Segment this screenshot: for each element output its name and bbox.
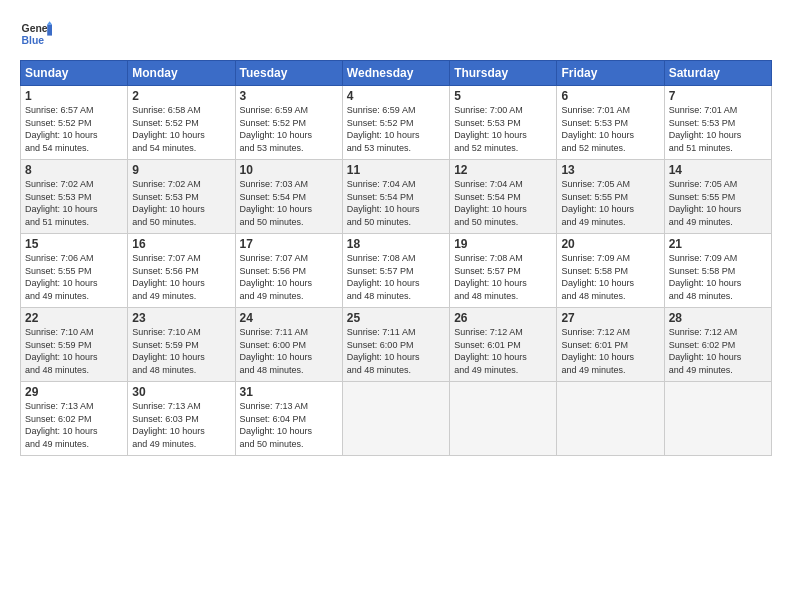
calendar-day-5: 5Sunrise: 7:00 AM Sunset: 5:53 PM Daylig…	[450, 86, 557, 160]
day-number: 11	[347, 163, 445, 177]
calendar-empty-cell	[450, 382, 557, 456]
day-info: Sunrise: 7:11 AM Sunset: 6:00 PM Dayligh…	[240, 326, 338, 376]
day-number: 30	[132, 385, 230, 399]
day-header-wednesday: Wednesday	[342, 61, 449, 86]
day-info: Sunrise: 7:04 AM Sunset: 5:54 PM Dayligh…	[347, 178, 445, 228]
calendar-day-19: 19Sunrise: 7:08 AM Sunset: 5:57 PM Dayli…	[450, 234, 557, 308]
calendar-day-31: 31Sunrise: 7:13 AM Sunset: 6:04 PM Dayli…	[235, 382, 342, 456]
calendar-header-row: SundayMondayTuesdayWednesdayThursdayFrid…	[21, 61, 772, 86]
day-info: Sunrise: 7:03 AM Sunset: 5:54 PM Dayligh…	[240, 178, 338, 228]
day-number: 8	[25, 163, 123, 177]
general-blue-icon: General Blue	[20, 18, 52, 50]
day-number: 22	[25, 311, 123, 325]
day-info: Sunrise: 7:00 AM Sunset: 5:53 PM Dayligh…	[454, 104, 552, 154]
day-info: Sunrise: 7:05 AM Sunset: 5:55 PM Dayligh…	[669, 178, 767, 228]
day-header-saturday: Saturday	[664, 61, 771, 86]
day-number: 4	[347, 89, 445, 103]
day-number: 16	[132, 237, 230, 251]
calendar-week-row: 15Sunrise: 7:06 AM Sunset: 5:55 PM Dayli…	[21, 234, 772, 308]
day-info: Sunrise: 7:04 AM Sunset: 5:54 PM Dayligh…	[454, 178, 552, 228]
day-number: 31	[240, 385, 338, 399]
calendar-day-16: 16Sunrise: 7:07 AM Sunset: 5:56 PM Dayli…	[128, 234, 235, 308]
calendar-day-14: 14Sunrise: 7:05 AM Sunset: 5:55 PM Dayli…	[664, 160, 771, 234]
calendar: SundayMondayTuesdayWednesdayThursdayFrid…	[20, 60, 772, 456]
calendar-day-18: 18Sunrise: 7:08 AM Sunset: 5:57 PM Dayli…	[342, 234, 449, 308]
day-number: 28	[669, 311, 767, 325]
day-info: Sunrise: 6:57 AM Sunset: 5:52 PM Dayligh…	[25, 104, 123, 154]
day-info: Sunrise: 7:12 AM Sunset: 6:01 PM Dayligh…	[561, 326, 659, 376]
calendar-day-12: 12Sunrise: 7:04 AM Sunset: 5:54 PM Dayli…	[450, 160, 557, 234]
calendar-day-2: 2Sunrise: 6:58 AM Sunset: 5:52 PM Daylig…	[128, 86, 235, 160]
calendar-day-17: 17Sunrise: 7:07 AM Sunset: 5:56 PM Dayli…	[235, 234, 342, 308]
day-header-tuesday: Tuesday	[235, 61, 342, 86]
day-info: Sunrise: 7:06 AM Sunset: 5:55 PM Dayligh…	[25, 252, 123, 302]
day-number: 19	[454, 237, 552, 251]
day-number: 24	[240, 311, 338, 325]
day-info: Sunrise: 7:09 AM Sunset: 5:58 PM Dayligh…	[669, 252, 767, 302]
day-number: 26	[454, 311, 552, 325]
calendar-week-row: 1Sunrise: 6:57 AM Sunset: 5:52 PM Daylig…	[21, 86, 772, 160]
calendar-day-8: 8Sunrise: 7:02 AM Sunset: 5:53 PM Daylig…	[21, 160, 128, 234]
day-header-monday: Monday	[128, 61, 235, 86]
day-info: Sunrise: 7:10 AM Sunset: 5:59 PM Dayligh…	[25, 326, 123, 376]
day-number: 21	[669, 237, 767, 251]
day-info: Sunrise: 6:59 AM Sunset: 5:52 PM Dayligh…	[240, 104, 338, 154]
day-header-sunday: Sunday	[21, 61, 128, 86]
day-number: 10	[240, 163, 338, 177]
day-number: 14	[669, 163, 767, 177]
day-number: 12	[454, 163, 552, 177]
day-number: 27	[561, 311, 659, 325]
day-number: 23	[132, 311, 230, 325]
day-info: Sunrise: 7:02 AM Sunset: 5:53 PM Dayligh…	[25, 178, 123, 228]
svg-marker-2	[47, 24, 52, 35]
calendar-day-7: 7Sunrise: 7:01 AM Sunset: 5:53 PM Daylig…	[664, 86, 771, 160]
day-info: Sunrise: 7:12 AM Sunset: 6:01 PM Dayligh…	[454, 326, 552, 376]
day-number: 13	[561, 163, 659, 177]
day-number: 9	[132, 163, 230, 177]
calendar-empty-cell	[557, 382, 664, 456]
calendar-day-11: 11Sunrise: 7:04 AM Sunset: 5:54 PM Dayli…	[342, 160, 449, 234]
calendar-day-4: 4Sunrise: 6:59 AM Sunset: 5:52 PM Daylig…	[342, 86, 449, 160]
calendar-day-29: 29Sunrise: 7:13 AM Sunset: 6:02 PM Dayli…	[21, 382, 128, 456]
day-number: 25	[347, 311, 445, 325]
logo: General Blue	[20, 18, 52, 50]
day-number: 5	[454, 89, 552, 103]
svg-text:Blue: Blue	[22, 35, 45, 46]
day-info: Sunrise: 7:08 AM Sunset: 5:57 PM Dayligh…	[454, 252, 552, 302]
day-info: Sunrise: 7:13 AM Sunset: 6:03 PM Dayligh…	[132, 400, 230, 450]
day-info: Sunrise: 7:08 AM Sunset: 5:57 PM Dayligh…	[347, 252, 445, 302]
day-info: Sunrise: 7:07 AM Sunset: 5:56 PM Dayligh…	[240, 252, 338, 302]
calendar-day-13: 13Sunrise: 7:05 AM Sunset: 5:55 PM Dayli…	[557, 160, 664, 234]
day-number: 3	[240, 89, 338, 103]
day-info: Sunrise: 7:11 AM Sunset: 6:00 PM Dayligh…	[347, 326, 445, 376]
day-info: Sunrise: 7:01 AM Sunset: 5:53 PM Dayligh…	[561, 104, 659, 154]
calendar-day-25: 25Sunrise: 7:11 AM Sunset: 6:00 PM Dayli…	[342, 308, 449, 382]
calendar-day-30: 30Sunrise: 7:13 AM Sunset: 6:03 PM Dayli…	[128, 382, 235, 456]
day-info: Sunrise: 6:58 AM Sunset: 5:52 PM Dayligh…	[132, 104, 230, 154]
calendar-day-1: 1Sunrise: 6:57 AM Sunset: 5:52 PM Daylig…	[21, 86, 128, 160]
day-info: Sunrise: 7:02 AM Sunset: 5:53 PM Dayligh…	[132, 178, 230, 228]
calendar-day-27: 27Sunrise: 7:12 AM Sunset: 6:01 PM Dayli…	[557, 308, 664, 382]
day-info: Sunrise: 7:09 AM Sunset: 5:58 PM Dayligh…	[561, 252, 659, 302]
calendar-day-28: 28Sunrise: 7:12 AM Sunset: 6:02 PM Dayli…	[664, 308, 771, 382]
day-number: 29	[25, 385, 123, 399]
day-number: 18	[347, 237, 445, 251]
calendar-empty-cell	[342, 382, 449, 456]
day-number: 20	[561, 237, 659, 251]
calendar-day-24: 24Sunrise: 7:11 AM Sunset: 6:00 PM Dayli…	[235, 308, 342, 382]
day-info: Sunrise: 7:10 AM Sunset: 5:59 PM Dayligh…	[132, 326, 230, 376]
day-info: Sunrise: 7:01 AM Sunset: 5:53 PM Dayligh…	[669, 104, 767, 154]
day-number: 2	[132, 89, 230, 103]
calendar-day-20: 20Sunrise: 7:09 AM Sunset: 5:58 PM Dayli…	[557, 234, 664, 308]
calendar-week-row: 8Sunrise: 7:02 AM Sunset: 5:53 PM Daylig…	[21, 160, 772, 234]
day-number: 17	[240, 237, 338, 251]
calendar-day-3: 3Sunrise: 6:59 AM Sunset: 5:52 PM Daylig…	[235, 86, 342, 160]
calendar-day-23: 23Sunrise: 7:10 AM Sunset: 5:59 PM Dayli…	[128, 308, 235, 382]
calendar-week-row: 29Sunrise: 7:13 AM Sunset: 6:02 PM Dayli…	[21, 382, 772, 456]
calendar-day-15: 15Sunrise: 7:06 AM Sunset: 5:55 PM Dayli…	[21, 234, 128, 308]
day-number: 6	[561, 89, 659, 103]
day-info: Sunrise: 7:13 AM Sunset: 6:04 PM Dayligh…	[240, 400, 338, 450]
day-header-friday: Friday	[557, 61, 664, 86]
calendar-empty-cell	[664, 382, 771, 456]
calendar-day-10: 10Sunrise: 7:03 AM Sunset: 5:54 PM Dayli…	[235, 160, 342, 234]
